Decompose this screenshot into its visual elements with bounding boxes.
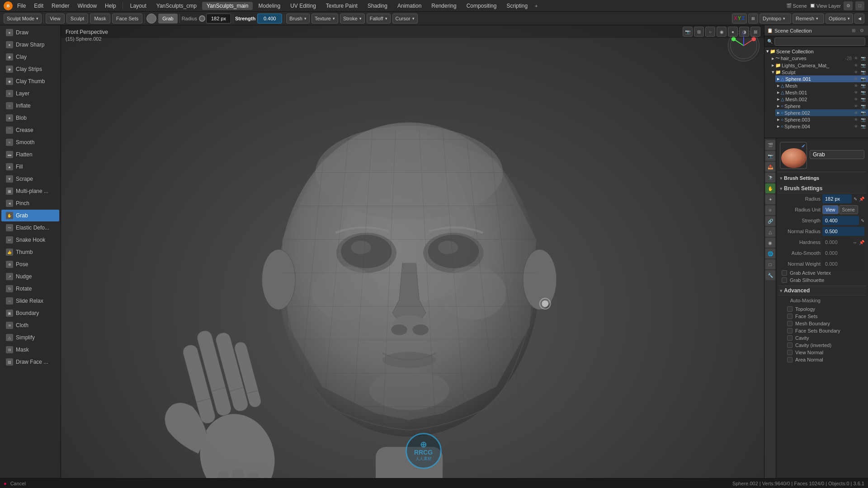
hardness-pin-icon[interactable]: 📌 (859, 240, 864, 245)
vp-icon-camera[interactable]: 📷 (683, 27, 693, 37)
tool-snake-hook[interactable]: ↩Snake Hook (1, 234, 59, 246)
camera-icon11[interactable]: 📷 (860, 117, 866, 122)
prop-icon-scene[interactable]: 🎬 (765, 140, 775, 150)
tool-crease[interactable]: ⌒Crease (1, 124, 59, 136)
vp-icon-matcap[interactable]: ◑ (739, 27, 749, 37)
radius-input[interactable]: 182 px (206, 14, 231, 23)
hardness-arrow-icon[interactable]: ↔ (853, 240, 857, 245)
mask-btn[interactable]: Mask (90, 14, 110, 23)
tool-clay-thumb[interactable]: ◆Clay Thumb (1, 75, 59, 87)
hardness-value[interactable]: 0.000 (822, 238, 851, 247)
tool-draw[interactable]: ●Draw (1, 27, 59, 38)
auto-smooth-value[interactable]: 0.000 (822, 249, 864, 258)
tool-draw-sharp[interactable]: ●Draw Sharp (1, 39, 59, 51)
workspace-yansculpts-cmp[interactable]: YanSculpts_cmp (152, 2, 201, 10)
advanced-header[interactable]: ▾ Advanced (778, 286, 866, 296)
eye-icon9[interactable]: 👁 (853, 111, 859, 115)
texture-dropdown[interactable]: Texture (311, 14, 338, 23)
prop-icon-physics[interactable]: ⚛ (765, 205, 775, 215)
strength-edit-icon[interactable]: ✎ (861, 218, 864, 223)
camera-icon2[interactable]: 📷 (860, 56, 866, 61)
tool-inflate[interactable]: ○Inflate (1, 100, 59, 112)
menu-help[interactable]: Help (101, 2, 120, 10)
eye-icon11[interactable]: 👁 (853, 124, 859, 129)
mode-dropdown[interactable]: Sculpt Mode (4, 14, 42, 23)
normal-weight-value[interactable]: 0.000 (822, 259, 864, 268)
face-sets-btn[interactable]: Face Sets (112, 14, 143, 23)
eye-icon4[interactable]: 👁 (853, 77, 859, 81)
tool-clay[interactable]: ◆Clay (1, 51, 59, 63)
tool-blob[interactable]: ●Blob (1, 112, 59, 124)
eye-icon8[interactable]: 👁 (853, 104, 859, 108)
menu-render[interactable]: Render (48, 2, 73, 10)
workspace-compositing[interactable]: Compositing (462, 2, 501, 10)
camera-icon5[interactable]: 📷 (860, 77, 866, 81)
topology-checkbox[interactable] (787, 306, 793, 312)
tool-pinch[interactable]: ◄Pinch (1, 197, 59, 209)
lights-camera-item[interactable]: ▸ 📁 Lights_Camera_Mat_ 👁 📷 (770, 62, 868, 69)
tool-cloth[interactable]: ≋Cloth (1, 319, 59, 331)
radius-unit-view[interactable]: View (822, 205, 839, 214)
camera-icon6[interactable]: 📷 (860, 84, 866, 88)
tool-boundary[interactable]: ▣Boundary (1, 307, 59, 319)
camera-icon7[interactable]: 📷 (860, 90, 866, 95)
tool-clay-strips[interactable]: ◆Clay Strips (1, 63, 59, 75)
radius-edit-icon[interactable]: ✎ (854, 197, 857, 202)
face-sets-checkbox[interactable] (787, 314, 793, 319)
mesh-002-item[interactable]: ▸ △ Mesh.002 👁 📷 (775, 96, 868, 103)
menu-edit[interactable]: Edit (30, 2, 47, 10)
tool-elastic-defo---[interactable]: 〜Elastic Defo... (1, 222, 59, 234)
face-sets-boundary-checkbox[interactable] (787, 328, 793, 333)
vp-icon-sphere[interactable]: ○ (705, 27, 715, 37)
tool-simplify[interactable]: △Simplify (1, 332, 59, 343)
eye-icon2[interactable]: 👁 (853, 63, 859, 68)
dyntopo-dropdown[interactable]: Dyntopo (760, 14, 791, 23)
strength-prop-value[interactable]: 0.400 (822, 216, 859, 225)
prop-icon-modifier[interactable]: 🔧 (765, 270, 775, 280)
eye-icon5[interactable]: 👁 (853, 84, 859, 88)
outliner-search-input[interactable] (774, 38, 865, 46)
workspace-yansculpts-main[interactable]: YanSculpts_main (202, 2, 253, 10)
sculpt-collection-item[interactable]: ▾ 📁 Sculpt 👁 📷 (770, 69, 868, 75)
outliner-filter-icon[interactable]: ⊞ (850, 28, 857, 33)
camera-icon9[interactable]: 📷 (860, 104, 866, 108)
radius-pin-icon[interactable]: 📌 (859, 197, 864, 202)
tool-grab[interactable]: ✋Grab (1, 210, 59, 221)
tool-mask[interactable]: ⊟Mask (1, 344, 59, 356)
prop-icon-object[interactable]: □ (765, 259, 775, 269)
workspace-shading[interactable]: Shading (363, 2, 392, 10)
workspace-texture-paint[interactable]: Texture Paint (321, 2, 362, 10)
tool-flatten[interactable]: ▬Flatten (1, 149, 59, 160)
prop-icon-material[interactable]: ◉ (765, 238, 775, 248)
screen-icon[interactable]: □ (855, 1, 864, 10)
strength-input[interactable]: 0.400 (257, 14, 282, 23)
prop-icon-world[interactable]: 🌐 (765, 249, 775, 258)
viewport[interactable]: Front Perspective (15) Sphere.002 📷 ⊞ ○ … (61, 25, 764, 478)
camera-icon4[interactable]: 📷 (860, 70, 866, 75)
camera-icon10[interactable]: 📷 (860, 111, 866, 115)
menu-window[interactable]: Window (74, 2, 100, 10)
tool-pose[interactable]: ⊕Pose (1, 258, 59, 270)
sphere-004-item[interactable]: ▸ ○ Sphere.004 👁 📷 (775, 123, 868, 130)
tool-smooth[interactable]: ≈Smooth (1, 136, 59, 148)
tool-scrape[interactable]: ▼Scrape (1, 173, 59, 185)
tool-nudge[interactable]: ↗Nudge (1, 271, 59, 282)
viewport-icon1[interactable]: ⊞ (748, 14, 758, 23)
viewport-3d[interactable]: Front Perspective (15) Sphere.002 📷 ⊞ ○ … (61, 25, 764, 478)
eye-icon[interactable]: 👁 (853, 56, 859, 61)
cavity-inverted-checkbox[interactable] (787, 343, 793, 348)
mesh-001-item[interactable]: ▸ △ Mesh.001 👁 📷 (775, 89, 868, 96)
view-normal-checkbox[interactable] (787, 350, 793, 355)
tool-layer[interactable]: ≡Layer (1, 88, 59, 99)
prop-icon-output[interactable]: 📤 (765, 162, 775, 172)
eye-icon3[interactable]: 👁 (853, 70, 859, 75)
sculpt-btn[interactable]: Sculpt (66, 14, 89, 23)
workspace-add[interactable]: + (533, 3, 539, 9)
vp-icon-grid[interactable]: ⊞ (694, 27, 704, 37)
camera-icon8[interactable]: 📷 (860, 97, 866, 102)
cavity-checkbox[interactable] (787, 335, 793, 341)
tool-slide-relax[interactable]: ↔Slide Relax (1, 295, 59, 307)
prop-icon-render[interactable]: 📷 (765, 151, 775, 161)
vp-icon-material[interactable]: ◉ (717, 27, 726, 37)
radius-prop-value[interactable]: 182 px (822, 194, 852, 203)
